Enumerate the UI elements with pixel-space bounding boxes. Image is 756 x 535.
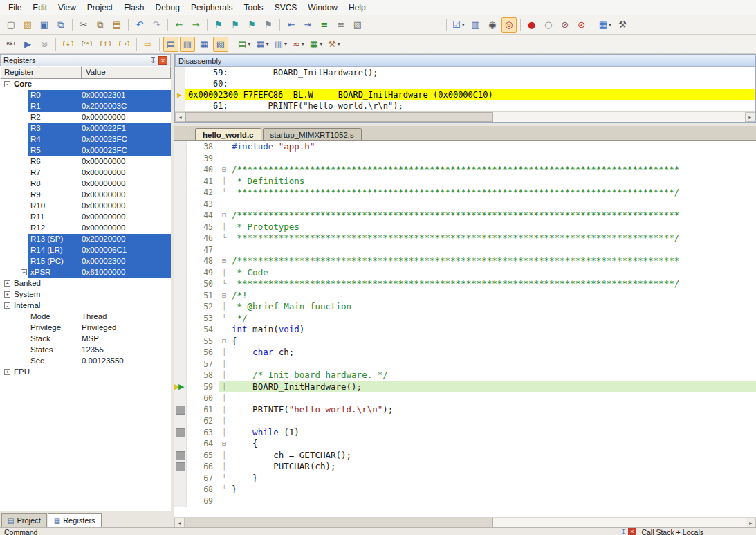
incremental-find-button[interactable]: ◎ [501,17,517,33]
breakpoint-gutter[interactable] [174,176,187,188]
code-text[interactable]: */ [230,313,756,325]
code-text[interactable]: ****************************************… [230,278,756,290]
unindent-button[interactable]: ⇤ [284,17,299,33]
code-line[interactable]: 56│ char ch; [174,347,756,359]
register-column-label[interactable]: Register [0,66,82,79]
register-row[interactable]: R30x000022F1 [0,123,171,134]
analysis-windows-button[interactable]: ≈▾ [291,37,306,52]
disassembly-line[interactable]: 60: [185,78,755,89]
code-text[interactable]: * Definitions [230,176,756,188]
menu-item-view[interactable]: View [53,1,82,14]
code-line[interactable]: 57│ [174,359,756,370]
breakpoint-gutter[interactable] [174,473,187,484]
uncomment-button[interactable]: ≡ [333,17,349,33]
code-text[interactable]: * Code [230,267,756,279]
previous-bookmark-button[interactable]: ⚑ [228,17,243,33]
register-row[interactable]: R40x000023FC [0,134,171,145]
code-line[interactable]: 39 [174,153,756,165]
menu-item-debug[interactable]: Debug [150,1,185,14]
breakpoint-gutter[interactable] [174,415,187,427]
code-line[interactable]: 38#include "app.h" [174,141,756,153]
code-text[interactable]: ch = GETCHAR(); [230,450,756,462]
code-text[interactable] [230,199,756,210]
code-line[interactable]: 41│ * Definitions [174,176,756,188]
register-row[interactable]: R100x00000000 [0,201,171,212]
step-over-button[interactable]: {↷} [78,37,95,52]
registers-window-button[interactable]: ▧ [213,37,228,52]
expand-icon[interactable]: + [4,291,10,298]
configure-tools-button[interactable]: ⚒ [615,17,630,33]
breakpoint-gutter[interactable] [174,290,187,302]
value-column-label[interactable]: Value [82,66,171,79]
open-file-button[interactable]: ▨ [20,17,35,33]
system-viewer-button[interactable]: ▦▾ [308,37,324,52]
register-row[interactable]: R90x00000000 [0,190,171,201]
breakpoint-gutter[interactable] [174,141,187,153]
code-line[interactable]: 50└ ************************************… [174,278,756,290]
close-panel-button[interactable]: × [158,56,167,65]
code-text[interactable]: * Prototypes [230,221,756,233]
code-line[interactable]: 55⊟{ [174,336,756,347]
register-row[interactable]: R70x00000000 [0,167,171,179]
breakpoint-gutter[interactable] [174,199,187,210]
breakpoint-gutter[interactable] [174,484,187,496]
breakpoint-gutter[interactable] [174,278,187,290]
register-row[interactable]: R50x000023FC [0,145,171,156]
expand-icon[interactable]: + [21,269,27,275]
register-row[interactable]: R120x00000000 [0,223,171,234]
code-text[interactable]: PUTCHAR(ch); [230,461,756,473]
register-row[interactable]: +System [0,289,171,300]
close-icon[interactable]: × [628,528,636,535]
memory-windows-button[interactable]: ▦▾ [254,37,270,52]
watch-windows-button[interactable]: ▤▾ [236,37,252,52]
code-text[interactable]: int main(void) [230,324,756,336]
code-line[interactable]: 49│ * Code [174,267,756,279]
code-text[interactable]: while (1) [230,427,756,439]
code-line[interactable]: 45│ * Prototypes [174,221,756,233]
breakpoint-gutter[interactable] [174,496,187,507]
register-row[interactable]: -Core [0,79,171,90]
code-line[interactable]: 66│ PUTCHAR(ch); [174,461,756,473]
breakpoint-gutter[interactable] [174,461,187,473]
register-row[interactable]: R20x00000000 [0,112,171,123]
scrollbar-thumb[interactable] [185,112,493,122]
copy-button[interactable]: ⧉ [93,17,108,33]
breakpoint-gutter[interactable] [174,221,187,233]
scrollbar-track[interactable] [185,518,746,527]
code-text[interactable]: /*! [230,290,756,302]
code-line[interactable]: 52│ * @brief Main function [174,301,756,313]
menu-item-peripherals[interactable]: Peripherals [185,1,239,14]
serial-windows-button[interactable]: ▥▾ [273,37,289,52]
breakpoint-gutter[interactable] [174,427,187,439]
code-text[interactable]: #include "app.h" [230,141,756,153]
fold-collapse-icon[interactable]: ⊟ [219,210,230,221]
register-row[interactable]: R110x00000000 [0,212,171,223]
code-line[interactable]: 42└ ************************************… [174,187,756,199]
disassembly-line[interactable]: 61: PRINTF("hello world.\r\n"); [185,100,755,111]
code-line[interactable]: 68└} [174,484,756,496]
code-text[interactable]: ****************************************… [230,187,756,199]
code-line[interactable]: 61│ PRINTF("hello world.\r\n"); [174,404,756,416]
code-text[interactable]: } [230,484,756,496]
fold-collapse-icon[interactable]: ⊟ [219,164,230,176]
code-text[interactable]: BOARD_InitHardware(); [230,381,756,393]
code-line[interactable]: 47 [174,244,756,256]
register-row[interactable]: R60x00000000 [0,156,171,167]
register-row[interactable]: Sec0.00123550 [0,356,171,367]
insert-breakpoint-button[interactable]: ● [524,17,540,33]
breakpoint-gutter[interactable] [174,438,187,450]
code-line[interactable]: 46└ ************************************… [174,233,756,244]
menu-item-window[interactable]: Window [302,1,343,14]
register-row[interactable]: R80x00000000 [0,179,171,190]
toggle-bookmark-button[interactable]: ⚑ [211,17,226,33]
find-button[interactable]: ◉ [485,17,500,33]
code-text[interactable]: /***************************************… [230,210,756,221]
disable-all-breakpoints-button[interactable]: ⊘ [557,17,573,33]
register-row[interactable]: ModeThread [0,311,171,323]
scroll-left-button[interactable]: ◄ [175,112,185,122]
navigate-forward-button[interactable]: → [188,17,203,33]
code-line[interactable]: 64⊟ { [174,438,756,450]
code-text[interactable] [230,496,756,507]
code-line[interactable]: 43 [174,199,756,210]
symbol-window-button[interactable]: ▦ [196,37,212,52]
